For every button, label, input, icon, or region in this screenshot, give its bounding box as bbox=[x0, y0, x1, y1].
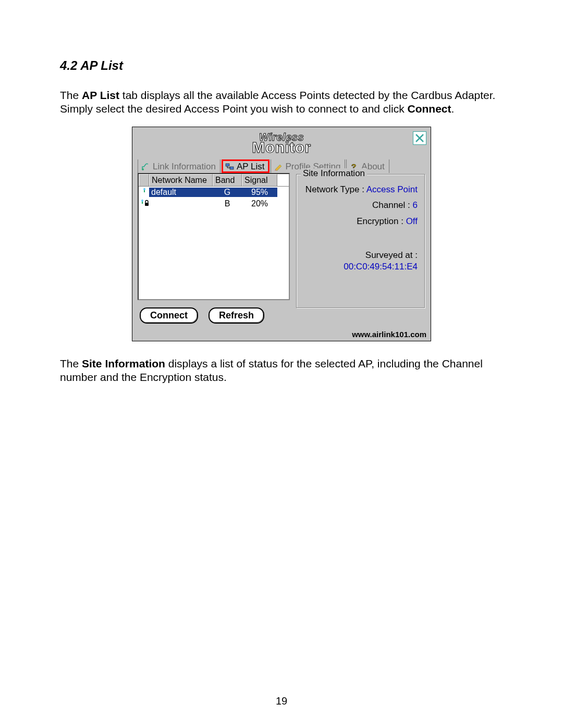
svg-rect-4 bbox=[230, 167, 234, 169]
ap-row[interactable]: B 20% bbox=[139, 198, 289, 209]
network-type-row: Network Type : Access Point bbox=[301, 184, 418, 196]
pencil-icon bbox=[274, 163, 284, 171]
section-number: 4.2 bbox=[60, 58, 77, 72]
bold-siteinfo: Site Information bbox=[82, 357, 165, 369]
encryption-row: Encryption : Off bbox=[301, 216, 418, 228]
surveyed-row: Surveyed at : bbox=[301, 250, 418, 262]
ap-name: default bbox=[149, 188, 213, 197]
ap-list-panel: Network Name Band Signal default G 95% bbox=[138, 173, 290, 329]
network-type-value: Access Point bbox=[366, 184, 418, 194]
tab-link-information[interactable]: Link Information bbox=[138, 159, 221, 173]
col-network-name[interactable]: Network Name bbox=[149, 174, 213, 186]
site-info-fieldset: Site Information Network Type : Access P… bbox=[296, 174, 425, 309]
tab-ap-list[interactable]: AP List bbox=[222, 159, 270, 173]
channel-value: 6 bbox=[413, 200, 418, 210]
footer-url: www.airlink101.com bbox=[132, 329, 431, 341]
col-band[interactable]: Band bbox=[213, 174, 242, 186]
page-number: 19 bbox=[0, 695, 563, 707]
close-icon bbox=[413, 132, 426, 144]
tab-label: Link Information bbox=[153, 162, 216, 172]
encryption-label: Encryption : bbox=[357, 216, 403, 226]
ap-signal: 95% bbox=[242, 188, 277, 197]
intro-paragraph: The AP List tab displays all the availab… bbox=[60, 89, 503, 116]
network-icon bbox=[225, 163, 235, 171]
screenshot: Wireless Monitor Link Information bbox=[132, 127, 431, 341]
site-info-panel: Site Information Network Type : Access P… bbox=[296, 174, 425, 329]
ap-band: B bbox=[213, 199, 242, 208]
bold-aplist: AP List bbox=[82, 89, 119, 101]
ap-list-header: Network Name Band Signal bbox=[139, 174, 289, 187]
mac-address: 00:C0:49:54:11:E4 bbox=[301, 262, 418, 272]
wireless-monitor-dialog: Wireless Monitor Link Information bbox=[132, 127, 431, 341]
ap-open-icon bbox=[139, 188, 149, 197]
ap-list-box[interactable]: Network Name Band Signal default G 95% bbox=[138, 173, 290, 300]
svg-point-2 bbox=[142, 168, 144, 170]
ap-locked-icon bbox=[139, 199, 149, 208]
svg-point-9 bbox=[141, 200, 143, 202]
tab-label: AP List bbox=[237, 162, 265, 172]
surveyed-label: Surveyed at : bbox=[365, 250, 418, 260]
tab-bar: Link Information AP List Profile Setting bbox=[132, 159, 431, 173]
bold-connect: Connect bbox=[408, 103, 451, 115]
close-button[interactable] bbox=[413, 131, 426, 145]
app-logo: Wireless Monitor bbox=[252, 131, 311, 155]
svg-rect-10 bbox=[145, 203, 149, 206]
svg-point-7 bbox=[143, 188, 145, 190]
network-type-label: Network Type : bbox=[305, 184, 364, 194]
dialog-client-area: Network Name Band Signal default G 95% bbox=[132, 173, 431, 329]
connect-button[interactable]: Connect bbox=[140, 307, 198, 324]
ap-band: G bbox=[213, 188, 242, 197]
col-signal[interactable]: Signal bbox=[242, 174, 277, 186]
brand-bottom: Monitor bbox=[252, 140, 311, 155]
col-icon[interactable] bbox=[139, 174, 149, 186]
refresh-button[interactable]: Refresh bbox=[209, 307, 264, 324]
title-bar: Wireless Monitor bbox=[132, 127, 431, 159]
channel-row: Channel : 6 bbox=[301, 200, 418, 212]
section-title: AP List bbox=[80, 58, 123, 72]
section-heading: 4.2 AP List bbox=[60, 58, 503, 73]
ap-signal: 20% bbox=[242, 199, 277, 208]
svg-rect-3 bbox=[226, 164, 229, 166]
channel-label: Channel : bbox=[372, 200, 410, 210]
document-page: 4.2 AP List The AP List tab displays all… bbox=[0, 0, 563, 728]
site-info-legend: Site Information bbox=[301, 168, 367, 179]
button-row: Connect Refresh bbox=[140, 307, 290, 324]
signal-icon bbox=[141, 163, 151, 171]
ap-row-selected[interactable]: default G 95% bbox=[139, 187, 289, 198]
encryption-value: Off bbox=[406, 216, 418, 226]
closing-paragraph: The Site Information displays a list of … bbox=[60, 357, 503, 385]
